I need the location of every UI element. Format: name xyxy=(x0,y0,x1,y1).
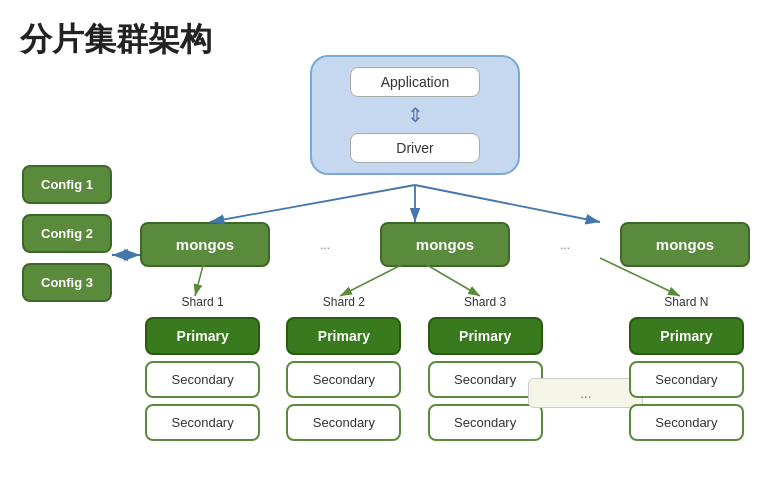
app-driver-arrow: ⇕ xyxy=(407,105,424,125)
driver-box: Driver xyxy=(350,133,480,163)
mongos-row: mongos ... mongos ... mongos xyxy=(140,222,750,267)
shard-3-secondary-2: Secondary xyxy=(428,404,543,441)
shard-1-primary: Primary xyxy=(145,317,260,355)
mongos-ellipsis-2: ... xyxy=(510,238,620,252)
shard-n-secondary-2: Secondary xyxy=(629,404,744,441)
config-3-box: Config 3 xyxy=(22,263,112,302)
shards-area: Shard 1 Primary Secondary Secondary Shar… xyxy=(132,295,757,441)
shard-3-col: Shard 3 Primary Secondary Secondary xyxy=(415,295,556,441)
mongos-2-box: mongos xyxy=(380,222,510,267)
shard-2-col: Shard 2 Primary Secondary Secondary xyxy=(273,295,414,441)
shard-3-label: Shard 3 xyxy=(464,295,506,309)
shard-1-secondary-2: Secondary xyxy=(145,404,260,441)
shard-2-label: Shard 2 xyxy=(323,295,365,309)
shard-1-secondary-1: Secondary xyxy=(145,361,260,398)
shard-1-label: Shard 1 xyxy=(182,295,224,309)
shard-3-primary: Primary xyxy=(428,317,543,355)
shard-n-secondary-1: Secondary xyxy=(629,361,744,398)
shard-1-col: Shard 1 Primary Secondary Secondary xyxy=(132,295,273,441)
page-title: 分片集群架构 xyxy=(20,18,212,62)
mongos-1-box: mongos xyxy=(140,222,270,267)
app-driver-container: Application ⇕ Driver xyxy=(310,55,520,175)
shard-n-label: Shard N xyxy=(664,295,708,309)
config-group: Config 1 Config 2 Config 3 xyxy=(22,165,112,302)
shard-dots-col: ... xyxy=(556,295,616,441)
shard-2-primary: Primary xyxy=(286,317,401,355)
config-2-box: Config 2 xyxy=(22,214,112,253)
mongos-3-box: mongos xyxy=(620,222,750,267)
shard-2-secondary-1: Secondary xyxy=(286,361,401,398)
svg-line-5 xyxy=(415,185,600,222)
config-1-box: Config 1 xyxy=(22,165,112,204)
shard-3-secondary-1: Secondary xyxy=(428,361,543,398)
application-box: Application xyxy=(350,67,480,97)
shard-n-col: Shard N Primary Secondary Secondary xyxy=(616,295,757,441)
mongos-ellipsis-1: ... xyxy=(270,238,380,252)
svg-line-3 xyxy=(210,185,415,222)
shard-2-secondary-2: Secondary xyxy=(286,404,401,441)
shard-n-primary: Primary xyxy=(629,317,744,355)
